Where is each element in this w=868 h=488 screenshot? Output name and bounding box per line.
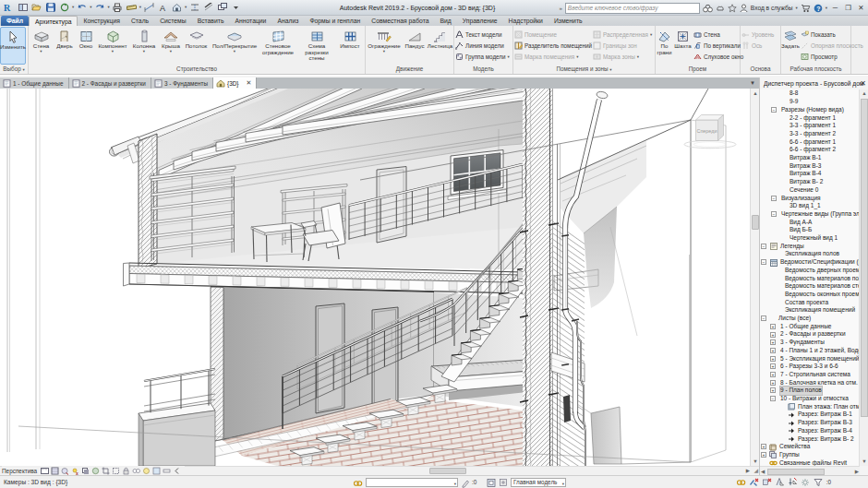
ribbon-tab-3[interactable]: Сталь bbox=[126, 16, 154, 26]
tree-item[interactable]: −Визуализация bbox=[760, 195, 860, 203]
thin-lines-icon[interactable] bbox=[202, 2, 214, 14]
ribbon-tab-0[interactable]: Файл bbox=[1, 16, 29, 26]
ribbon-button[interactable]: По грани bbox=[656, 27, 673, 65]
tree-item[interactable]: +8 - Балочная клетка на отм. 2.95 bbox=[760, 379, 860, 387]
render-icon[interactable] bbox=[91, 467, 100, 475]
scroll-right-icon[interactable]: ▶ bbox=[746, 467, 750, 475]
drawing-area[interactable]: Спереди bbox=[0, 89, 748, 466]
settings-icon[interactable] bbox=[801, 477, 811, 487]
view-tab-2[interactable]: 3 - Фундаменты bbox=[151, 77, 213, 89]
ribbon-tab-1[interactable]: Архитектура bbox=[29, 16, 78, 26]
tree-item[interactable]: −Ведомости/Спецификации (все) bbox=[760, 258, 860, 267]
ribbon-button[interactable]: Окно bbox=[76, 27, 96, 65]
tree-item[interactable]: 2-2 - фрагмент 1 bbox=[760, 114, 860, 123]
ribbon-button[interactable]: Опорная плоскость bbox=[800, 41, 863, 51]
tree-item[interactable]: 9-9 bbox=[760, 98, 860, 106]
tree-item[interactable]: Экспликация полов bbox=[760, 250, 860, 258]
view-tab-1[interactable]: 2 - Фасады и развертки bbox=[69, 77, 151, 89]
tree-item[interactable]: +9 - План полов bbox=[760, 387, 860, 395]
ribbon-button[interactable]: Просмотр bbox=[800, 52, 863, 62]
lock-3d-icon[interactable] bbox=[122, 467, 130, 475]
tree-item[interactable]: Витраж В- 2 bbox=[760, 178, 860, 186]
tree-item[interactable]: Экспликация помещений bbox=[760, 306, 860, 315]
tree-expander-icon[interactable]: − bbox=[761, 315, 766, 321]
visual-style-icon[interactable] bbox=[61, 467, 69, 475]
ribbon-button[interactable]: Задать bbox=[781, 27, 800, 65]
app-store-icon[interactable] bbox=[801, 4, 811, 13]
isolate-icon[interactable] bbox=[132, 467, 140, 475]
sun-path-icon[interactable]: x bbox=[71, 467, 79, 475]
save-icon[interactable] bbox=[44, 2, 56, 14]
scroll-down-icon[interactable]: ▼ bbox=[860, 458, 868, 466]
text-icon[interactable]: A bbox=[157, 2, 169, 14]
tree-expander-icon[interactable]: − bbox=[771, 211, 777, 217]
sign-in-label[interactable]: Вход в службы bbox=[751, 5, 793, 11]
close-icon[interactable]: ✕ bbox=[860, 77, 866, 89]
default-3d-view-icon[interactable] bbox=[171, 2, 183, 14]
dropdown-arrow-icon[interactable]: ▾ bbox=[139, 6, 141, 9]
tree-item[interactable]: −Чертежные виды (Группа элеме bbox=[760, 210, 860, 219]
ribbon-button[interactable]: Группа модели▾ bbox=[454, 52, 510, 62]
ribbon-tab-4[interactable]: Системы bbox=[154, 16, 191, 26]
tree-item[interactable]: Витраж В-1 bbox=[760, 154, 860, 162]
close-button[interactable]: ✕ bbox=[856, 3, 866, 13]
switch-windows-icon[interactable] bbox=[216, 2, 228, 14]
tree-item[interactable]: Сечение 0 bbox=[760, 186, 860, 195]
ribbon-tab-2[interactable]: Конструкция bbox=[78, 16, 125, 26]
tree-expander-icon[interactable]: + bbox=[770, 348, 776, 353]
crop-visible-icon[interactable] bbox=[112, 467, 120, 475]
tree-item[interactable]: Разрез: Витраж В-4 bbox=[760, 427, 860, 435]
tree-item[interactable]: 3-3 - фрагмент 1 bbox=[760, 122, 860, 130]
help-arrow-icon[interactable]: ▾ bbox=[826, 6, 827, 10]
ribbon-button[interactable]: Шахта bbox=[673, 27, 693, 65]
ribbon-tab-9[interactable]: Совместная работа bbox=[366, 16, 434, 26]
tree-expander-icon[interactable]: + bbox=[770, 324, 776, 329]
scroll-up-icon[interactable]: ▲ bbox=[860, 89, 868, 98]
ribbon-button[interactable]: Пандус bbox=[403, 27, 427, 65]
select-pinned-icon[interactable] bbox=[788, 477, 798, 487]
scale-icon[interactable] bbox=[41, 467, 49, 475]
tree-item[interactable]: Состав проекта bbox=[760, 299, 860, 307]
ribbon-button[interactable]: Марка помещения▾ bbox=[513, 52, 592, 62]
restore-button[interactable]: ❐ bbox=[843, 3, 853, 13]
scrollbar-thumb[interactable] bbox=[767, 469, 825, 475]
tree-item[interactable]: Чертежный вид 1 bbox=[760, 234, 860, 243]
tree-item[interactable]: Ведомость дверных проемов bbox=[760, 267, 860, 275]
tree-item[interactable]: +2 - Фасады и развертки bbox=[760, 330, 860, 339]
ribbon-button[interactable]: Пол/Перекрытие▾ bbox=[210, 27, 259, 65]
tree-item[interactable]: 3-3 - фрагмент 2 bbox=[760, 130, 860, 138]
design-options-picker-icon[interactable] bbox=[499, 478, 509, 488]
tree-expander-icon[interactable]: − bbox=[771, 107, 777, 113]
worksharing-display-icon[interactable] bbox=[152, 467, 161, 475]
view-tab-list-icon[interactable]: ▼ bbox=[746, 77, 759, 89]
tree-item[interactable]: Вид А-А bbox=[760, 219, 860, 227]
tree-item[interactable]: +4 - Планы 1 и 2 этажей, Водост bbox=[760, 347, 860, 355]
dropdown-arrow-icon[interactable]: ▾ bbox=[108, 6, 110, 9]
scrollbar-thumb[interactable] bbox=[752, 215, 759, 230]
tree-item[interactable]: 3D вид 1_1 bbox=[760, 202, 860, 210]
tree-expander-icon[interactable]: − bbox=[761, 244, 766, 249]
tree-expander-icon[interactable]: + bbox=[770, 363, 776, 369]
tree-item[interactable]: Связанные файлы Revit bbox=[760, 459, 860, 466]
ribbon-button[interactable]: Распределенная▾ bbox=[592, 30, 652, 40]
section-icon[interactable] bbox=[188, 2, 200, 14]
ribbon-tab-6[interactable]: Аннотации bbox=[229, 16, 271, 26]
reveal-hidden-icon[interactable] bbox=[142, 467, 151, 475]
ribbon-tab-13[interactable]: Изменить bbox=[549, 16, 588, 26]
tree-expander-icon[interactable]: + bbox=[770, 332, 776, 338]
tree-item[interactable]: Разрез: Витраж В- 2 bbox=[760, 435, 860, 444]
tree-item[interactable]: Витраж В-3 bbox=[760, 162, 860, 171]
ribbon-button[interactable]: Ограждение▾ bbox=[366, 27, 403, 65]
tree-item[interactable]: +Семейства bbox=[760, 443, 860, 451]
ribbon-tab-11[interactable]: Управление bbox=[457, 16, 503, 26]
links-warn-icon[interactable] bbox=[749, 477, 759, 487]
ribbon-tab-8[interactable]: Формы и генплан bbox=[304, 16, 366, 26]
ribbon-button[interactable]: Стена▾ bbox=[29, 27, 54, 65]
tree-item[interactable]: Ведомость материалов полов bbox=[760, 275, 860, 283]
tree-item[interactable]: Ведомость материалов стен bbox=[760, 282, 860, 291]
ribbon-button[interactable]: Разделитель помещений bbox=[513, 41, 592, 51]
search-input[interactable]: Введите ключевое слово/фразу bbox=[565, 3, 700, 14]
ribbon-button[interactable]: Стеновое ограждение bbox=[259, 27, 296, 65]
dropdown-arrow-icon[interactable]: ▾ bbox=[90, 6, 91, 9]
ribbon-button[interactable]: Колонна▾ bbox=[129, 27, 159, 65]
